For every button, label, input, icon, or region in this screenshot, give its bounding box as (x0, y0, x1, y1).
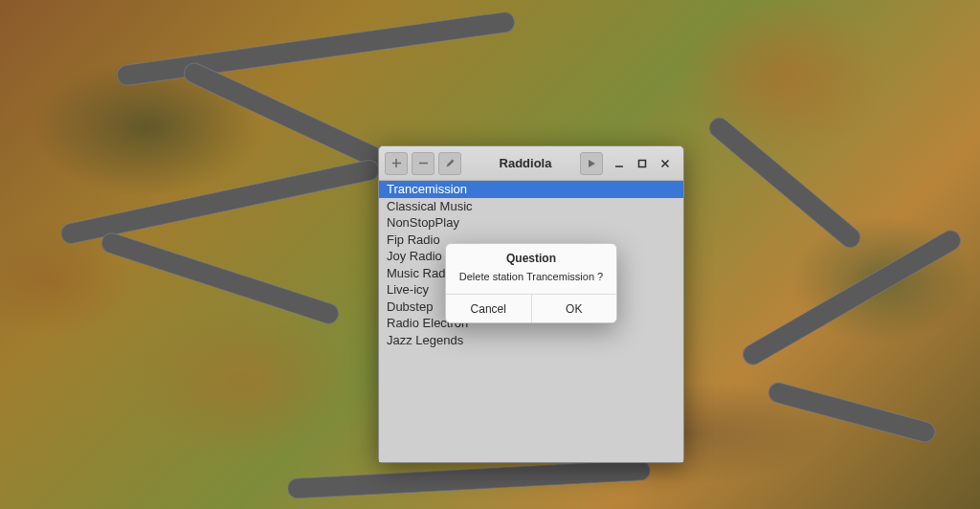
window-title: Raddiola (465, 156, 576, 170)
list-item[interactable]: Classical Music (379, 198, 683, 215)
station-name: Trancemission (387, 181, 467, 197)
list-item[interactable]: Jazz Legends (379, 332, 683, 349)
add-station-button[interactable] (385, 152, 408, 175)
maximize-button[interactable] (635, 157, 649, 170)
station-name: Joy Radio (387, 248, 442, 264)
minus-icon (418, 158, 429, 168)
close-button[interactable] (658, 157, 672, 170)
list-item[interactable]: Trancemission (379, 181, 683, 198)
play-icon (587, 159, 596, 168)
dialog-button-row: Cancel OK (446, 294, 616, 322)
minimize-button[interactable] (612, 157, 626, 170)
station-name: Classical Music (387, 198, 473, 214)
station-name: Jazz Legends (387, 332, 463, 348)
station-name: Live-icy (387, 281, 429, 298)
remove-station-button[interactable] (412, 152, 434, 175)
station-name: Dubstep (387, 299, 433, 315)
minimize-icon (614, 159, 624, 168)
station-name: Fip Radio (387, 232, 440, 248)
dialog-title: Question (446, 244, 616, 269)
station-name: NonStopPlay (387, 214, 459, 231)
ok-button[interactable]: OK (532, 295, 617, 322)
close-icon (660, 159, 670, 168)
maximize-icon (637, 159, 647, 168)
edit-station-button[interactable] (438, 152, 461, 175)
plus-icon (391, 158, 402, 168)
svg-rect-0 (639, 160, 646, 166)
play-button[interactable] (580, 152, 603, 175)
titlebar[interactable]: Raddiola (379, 146, 683, 181)
confirm-dialog: Question Delete station Trancemission ? … (445, 243, 617, 323)
dialog-message: Delete station Trancemission ? (446, 269, 616, 294)
pencil-icon (445, 158, 456, 168)
cancel-button[interactable]: Cancel (446, 295, 532, 322)
list-item[interactable]: NonStopPlay (379, 214, 683, 232)
